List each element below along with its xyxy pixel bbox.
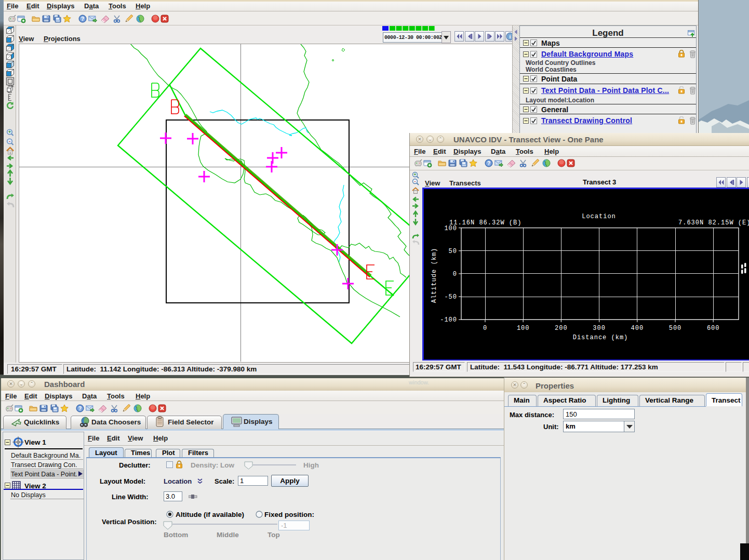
svg-text:Altitude (km): Altitude (km) [431,248,438,303]
svg-text:400: 400 [631,325,644,332]
svg-text:-50: -50 [444,294,457,301]
svg-text:0: 0 [453,271,457,278]
svg-text:-: - [9,138,10,144]
svg-text:300: 300 [593,325,606,332]
svg-text:Distance (km): Distance (km) [573,334,628,341]
svg-text:7.630N 82.15W (E): 7.630N 82.15W (E) [678,219,749,226]
svg-text:100: 100 [517,325,530,332]
svg-text:50: 50 [449,248,457,255]
svg-text:?: ? [78,406,82,411]
svg-text:11.16N 86.32W (B): 11.16N 86.32W (B) [449,219,521,226]
svg-text:0: 0 [483,325,487,332]
svg-text:?: ? [487,161,490,166]
svg-text:?: ? [81,16,84,22]
svg-text:500: 500 [669,325,682,332]
svg-text:600: 600 [707,325,720,332]
svg-text:i: i [510,34,511,39]
svg-text:-100: -100 [440,316,457,324]
svg-text:+: + [8,129,11,135]
svg-text:+: + [413,172,416,177]
svg-text:200: 200 [555,325,568,332]
svg-text:Location: Location [582,213,616,220]
svg-text:-: - [414,179,416,184]
